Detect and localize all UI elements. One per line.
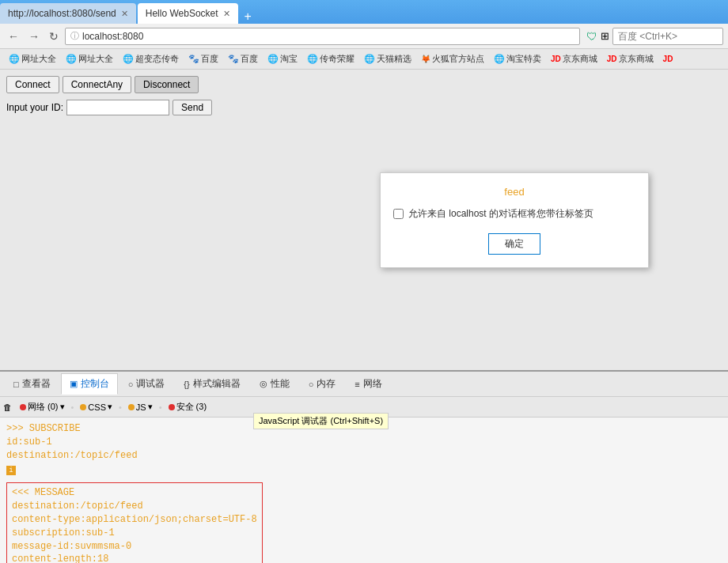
bookmark-2[interactable]: 🌐 超变态传奇 <box>119 52 183 66</box>
js-filter[interactable]: JS ▾ <box>125 400 156 414</box>
style-editor-icon: {} <box>184 380 189 389</box>
devtools-tab-inspector[interactable]: □ 查看器 <box>5 373 59 395</box>
bookmark-8[interactable]: 🦊 火狐官方站点 <box>417 52 488 66</box>
bookmark-3-label: 百度 <box>201 53 218 65</box>
devtools-tab-debugger[interactable]: ○ 调试器 <box>119 373 174 395</box>
bookmark-7-label: 天猫精选 <box>377 53 411 65</box>
inspector-icon: □ <box>13 380 19 389</box>
console-output: >>> SUBSCRIBE id:sub-1 destination:/topi… <box>0 418 728 563</box>
bookmark-12-icon: JD <box>663 55 673 63</box>
bookmark-11-label: 京东商城 <box>619 53 654 65</box>
notification-dialog: feed 允许来自 localhost 的对话框将您带往标签页 确定 <box>380 172 649 268</box>
bookmark-5[interactable]: 🌐 淘宝 <box>264 52 301 66</box>
network-dot <box>20 404 26 410</box>
address-text: localhost:8080 <box>82 31 143 42</box>
devtools-tab-console[interactable]: ▣ 控制台 <box>61 373 118 395</box>
tab-0-title: http://localhost:8080/send <box>8 8 116 19</box>
browser-chrome: http://localhost:8080/send ✕ Hello WebSo… <box>0 0 728 70</box>
bookmark-7-icon: 🌐 <box>364 54 375 64</box>
devtools-tabs: □ 查看器 ▣ 控制台 ○ 调试器 {} 样式编辑器 ◎ 性能 ○ 内存 ≡ 网… <box>0 372 728 397</box>
tab-0-close[interactable]: ✕ <box>121 9 128 19</box>
bookmark-10-label: 京东商城 <box>563 53 597 65</box>
id-line: id:sub-1 <box>6 436 52 448</box>
connect-any-button[interactable]: ConnectAny <box>63 76 131 93</box>
bookmark-6-icon: 🌐 <box>307 54 318 64</box>
devtools-tab-console-label: 控制台 <box>81 377 109 391</box>
network-filter[interactable]: 网络 (0) ▾ <box>17 399 68 414</box>
shield-icon: 🛡 <box>586 30 597 43</box>
bookmark-0-icon: 🌐 <box>9 54 20 64</box>
msg-line-0: <<< MESSAGE <box>12 486 257 500</box>
forward-button[interactable]: → <box>25 28 43 44</box>
address-bar-row: ← → ↻ ⓘ localhost:8080 🛡 ⊞ <box>0 24 728 49</box>
tab-0[interactable]: http://localhost:8080/send ✕ <box>0 3 136 24</box>
performance-icon: ◎ <box>260 379 267 389</box>
dialog-checkbox[interactable] <box>393 209 404 219</box>
security-filter[interactable]: 安全 (3) <box>165 399 210 414</box>
js-dropdown-icon[interactable]: ▾ <box>148 402 153 412</box>
msg-line-4: message-id:suvmmsma-0 <box>12 540 257 554</box>
dialog-ok-button[interactable]: 确定 <box>488 233 540 255</box>
bookmark-11[interactable]: JD 京东商城 <box>603 52 658 66</box>
bookmark-1-label: 网址大全 <box>78 53 113 65</box>
tab-1-title: Hello WebSocket <box>146 8 218 19</box>
msg-line-5: content-length:18 <box>12 553 257 563</box>
bookmark-9-icon: 🌐 <box>494 54 505 64</box>
security-filter-label: 安全 (3) <box>176 401 207 413</box>
devtools-tab-debugger-label: 调试器 <box>136 377 165 391</box>
send-button[interactable]: Send <box>173 100 212 115</box>
action-buttons: Connect ConnectAny Disconnect <box>6 76 722 93</box>
bookmark-7[interactable]: 🌐 天猫精选 <box>360 52 415 66</box>
message-block: <<< MESSAGE destination:/topic/feed cont… <box>6 482 263 563</box>
subscribe-line: >>> SUBSCRIBE <box>6 423 81 434</box>
disconnect-button[interactable]: Disconnect <box>135 76 199 93</box>
bookmark-8-icon: 🦊 <box>421 55 430 63</box>
devtools-tab-performance[interactable]: ◎ 性能 <box>251 373 298 395</box>
trash-icon[interactable]: 🗑 <box>3 402 12 412</box>
console-icon: ▣ <box>70 379 78 389</box>
bookmark-3[interactable]: 🐾 百度 <box>184 52 222 66</box>
tab-1-close[interactable]: ✕ <box>223 9 230 19</box>
address-bar[interactable]: ⓘ localhost:8080 <box>65 28 580 45</box>
refresh-button[interactable]: ↻ <box>46 28 62 44</box>
tab-1[interactable]: Hello WebSocket ✕ <box>138 3 238 24</box>
dialog-checkbox-row: 允许来自 localhost 的对话框将您带往标签页 <box>393 207 635 221</box>
css-filter-label: CSS <box>88 402 106 412</box>
css-filter[interactable]: CSS ▾ <box>77 400 116 414</box>
id-input[interactable] <box>66 100 169 115</box>
devtools-tab-style-editor[interactable]: {} 样式编辑器 <box>175 373 248 395</box>
css-dropdown-icon[interactable]: ▾ <box>108 402 112 412</box>
bookmark-4[interactable]: 🐾 百度 <box>224 52 262 66</box>
search-input[interactable] <box>612 28 723 45</box>
devtools-tab-network-label: 网络 <box>363 377 382 391</box>
bookmark-6[interactable]: 🌐 传奇荣耀 <box>303 52 358 66</box>
bookmark-10[interactable]: JD 京东商城 <box>547 52 601 66</box>
devtools-tab-performance-label: 性能 <box>271 377 290 391</box>
bookmark-1[interactable]: 🌐 网址大全 <box>62 52 117 66</box>
js-debugger-tooltip: JavaScript 调试器 (Ctrl+Shift+S) <box>253 413 389 429</box>
bookmark-12[interactable]: JD <box>659 54 677 64</box>
bookmark-5-icon: 🌐 <box>267 54 279 64</box>
message-icon: i <box>6 466 16 475</box>
devtools-tab-network[interactable]: ≡ 网络 <box>346 373 390 395</box>
connect-button[interactable]: Connect <box>6 76 59 93</box>
bookmark-4-icon: 🐾 <box>228 54 239 64</box>
js-filter-label: JS <box>136 402 146 412</box>
devtools-tab-memory[interactable]: ○ 内存 <box>300 373 345 395</box>
security-icons: 🛡 ⊞ <box>586 30 609 43</box>
new-tab-button[interactable]: + <box>238 9 258 24</box>
bookmark-9[interactable]: 🌐 淘宝特卖 <box>490 52 545 66</box>
network-dropdown-icon[interactable]: ▾ <box>60 402 65 412</box>
bookmark-0[interactable]: 🌐 网址大全 <box>5 52 60 66</box>
bookmark-9-label: 淘宝特卖 <box>506 53 541 65</box>
bookmark-0-label: 网址大全 <box>21 53 56 65</box>
bookmark-1-icon: 🌐 <box>66 54 77 64</box>
grid-icon: ⊞ <box>601 30 609 42</box>
back-button[interactable]: ← <box>5 28 22 44</box>
bookmark-3-icon: 🐾 <box>188 54 199 64</box>
tab-bar: http://localhost:8080/send ✕ Hello WebSo… <box>0 0 728 24</box>
console-line-2: destination:/topic/feed <box>6 449 722 463</box>
devtools-tab-memory-label: 内存 <box>317 377 336 391</box>
debugger-icon: ○ <box>128 380 134 389</box>
msg-line-2: content-type:application/json;charset=UT… <box>12 513 257 527</box>
